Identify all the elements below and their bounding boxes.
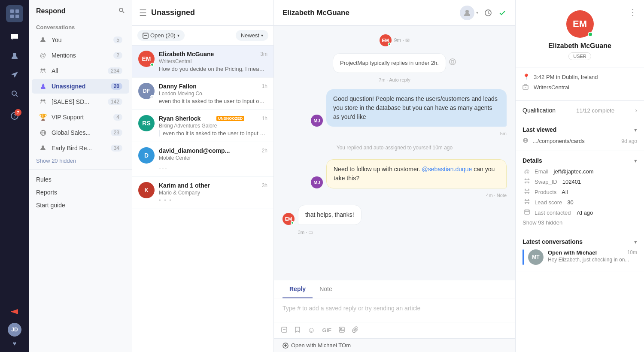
nav-help-icon[interactable]: ? 7	[7, 108, 22, 124]
conv-dots-5: • • •	[159, 197, 172, 203]
chat-panel: Elizabeth McGuane ▾ EM 9m · ✉	[274, 0, 515, 352]
conversation-item[interactable]: D david_diamond@comp... 2h Mobile Center…	[132, 142, 273, 177]
rp-email-row: @ Email jeff@japtec.com	[522, 168, 637, 175]
panel-menu-icon[interactable]: ☰	[139, 8, 147, 18]
user-avatar[interactable]: JD	[8, 323, 21, 337]
nav-search-icon[interactable]	[7, 86, 22, 101]
sidebar-item-global-count: 23	[111, 129, 122, 136]
rp-header: ⋮ EM Elizabeth McGuane USER	[516, 0, 644, 67]
conv-avatar-4: D	[138, 147, 155, 164]
sidebar-item-early-count: 34	[111, 145, 122, 152]
msg-avatar-agent: MJ	[311, 115, 323, 127]
sidebar-item-global-label: Global Sales...	[52, 129, 106, 136]
conversation-item[interactable]: EM Elizabeth McGuane 3m WritersCentral H…	[132, 46, 273, 78]
conv-avatar-2: DF	[138, 83, 155, 99]
show-hidden-link[interactable]: Show 20 hidden	[29, 156, 132, 166]
sidebar-item-all[interactable]: All 234	[32, 64, 129, 78]
sidebar-item-you[interactable]: You 5	[32, 33, 129, 47]
rp-lc-avatar: MT	[528, 249, 544, 265]
rp-last-viewed-title: Last viewed	[522, 126, 556, 133]
rp-last-viewed-toggle[interactable]: ▾	[634, 127, 637, 133]
sidebar-item-vip-label: VIP Support	[52, 114, 109, 121]
open-filter-button[interactable]: Open (20) ▾	[137, 30, 185, 41]
rp-products-row: Products All	[522, 188, 637, 195]
help-badge: 7	[15, 109, 21, 116]
online-dot-thanks	[291, 221, 294, 225]
rp-qualification-row[interactable]: Qualification 11/12 complete ›	[522, 107, 637, 114]
conversation-list: EM Elizabeth McGuane 3m WritersCentral H…	[132, 46, 273, 352]
rp-details-toggle[interactable]: ▾	[634, 158, 637, 164]
rp-leadscore-value: 30	[567, 199, 573, 206]
conv-name-4: david_diamond@comp...	[159, 147, 230, 154]
sidebar-item-vip[interactable]: 🏆 VIP Support 4	[32, 110, 129, 124]
rp-lc-time: 10m	[627, 249, 637, 256]
sidebar-item-unassigned[interactable]: ♟ Unassigned 20	[32, 79, 129, 94]
rp-lastcontacted-value: 7d ago	[576, 209, 593, 216]
sort-filter-button[interactable]: Newest ▾	[236, 30, 268, 41]
svg-line-6	[16, 95, 18, 97]
image-icon[interactable]	[338, 326, 345, 335]
rp-contact-avatar: EM	[566, 10, 594, 38]
sidebar-item-global[interactable]: Global Sales... 23	[32, 125, 129, 140]
rp-latest-conversations-toggle[interactable]: ▾	[634, 239, 637, 245]
sidebar-item-early-label: Early Bird Re...	[52, 145, 106, 152]
conv-preview-bar-3	[159, 130, 160, 137]
nav-announcements-icon[interactable]	[7, 304, 22, 319]
sidebar-item-sales-count: 142	[108, 98, 122, 105]
rp-location: 3:42 PM in Dublin, Ireland	[534, 74, 598, 80]
assign-button[interactable]: ▾	[460, 6, 478, 20]
online-dot-top	[388, 42, 391, 46]
conv-preview-1: How do you decide on the Pricing, I mean…	[159, 66, 267, 72]
sidebar-search-icon[interactable]	[118, 7, 125, 15]
reply-input-area[interactable]: Type # to add a saved reply or try sendi…	[274, 298, 515, 322]
sidebar-item-mentions-label: Mentions	[52, 52, 109, 59]
msg-group-autoreply: ProjectMap typically replies in under 2h…	[283, 53, 507, 82]
reply-tab-note[interactable]: Note	[313, 280, 339, 298]
msg-bubble-outgoing: Good question! People means the users/cu…	[326, 89, 507, 127]
msg-time-outgoing: 5m	[283, 131, 507, 136]
email-icon: @	[522, 168, 531, 175]
attachment-icon[interactable]	[281, 326, 288, 335]
sidebar-start-guide-link[interactable]: Start guide	[29, 199, 132, 212]
paperclip-icon[interactable]	[352, 326, 359, 335]
rp-email-label: Email	[535, 168, 549, 175]
conv-company-4: Mobile Center	[159, 155, 267, 161]
sidebar-item-early[interactable]: Early Bird Re... 34	[32, 141, 129, 155]
sidebar-item-sales[interactable]: [SALES] SD... 142	[32, 94, 129, 109]
reply-tab-reply[interactable]: Reply	[283, 280, 313, 298]
svg-point-24	[450, 59, 456, 65]
svg-point-22	[465, 10, 469, 13]
conversation-item[interactable]: K Karim and 1 other 3h Mario & Company •…	[132, 177, 273, 209]
rp-latest-conv-item[interactable]: MT Open with Michael 10m Hey Elizabeth, …	[522, 249, 637, 265]
gif-icon[interactable]: GIF	[322, 327, 331, 334]
conv-avatar-3: RS	[138, 115, 155, 131]
nav-campaigns-icon[interactable]	[7, 67, 22, 82]
note-text-before: Need to follow up with customer.	[334, 166, 422, 173]
sidebar-rules-link[interactable]: Rules	[29, 173, 132, 186]
nav-contacts-icon[interactable]	[7, 48, 22, 64]
sort-filter-label: Newest	[241, 32, 259, 39]
conversation-item[interactable]: RS Ryan Sherlock UNSNOOZED 1h Biking Adv…	[132, 110, 273, 142]
emoji-icon[interactable]: ☺	[307, 326, 315, 335]
snooze-button[interactable]	[484, 9, 492, 17]
bookmark-icon[interactable]	[295, 326, 301, 335]
conv-preview-wrap-3: even tho it is asked to the user to inpu…	[159, 130, 267, 137]
heart-icon[interactable]: ♥	[13, 340, 16, 347]
sidebar-item-mentions[interactable]: @ Mentions 2	[32, 48, 129, 63]
conv-dots-4: ...	[159, 162, 168, 171]
you-icon	[39, 36, 47, 44]
sidebar-title: Respond	[36, 7, 65, 15]
rp-show-hidden-details[interactable]: Show 93 hidden	[522, 219, 637, 226]
global-icon	[39, 128, 47, 137]
all-icon	[39, 67, 47, 75]
rp-avatar-initials: EM	[573, 18, 587, 30]
sidebar-reports-link[interactable]: Reports	[29, 186, 132, 199]
rp-viewed-time: 9d ago	[621, 138, 637, 144]
rp-company-row: WritersCentral	[522, 84, 637, 91]
msg-autoreply-bubble: ProjectMap typically replies in under 2h…	[333, 53, 446, 73]
nav-conversations-icon[interactable]	[7, 29, 22, 45]
leadscore-icon	[522, 199, 531, 206]
conversation-item[interactable]: DF Danny Fallon 1h London Moving Co. eve…	[132, 78, 273, 110]
rp-menu-icon[interactable]: ⋮	[629, 7, 637, 17]
resolve-button[interactable]	[498, 9, 507, 17]
